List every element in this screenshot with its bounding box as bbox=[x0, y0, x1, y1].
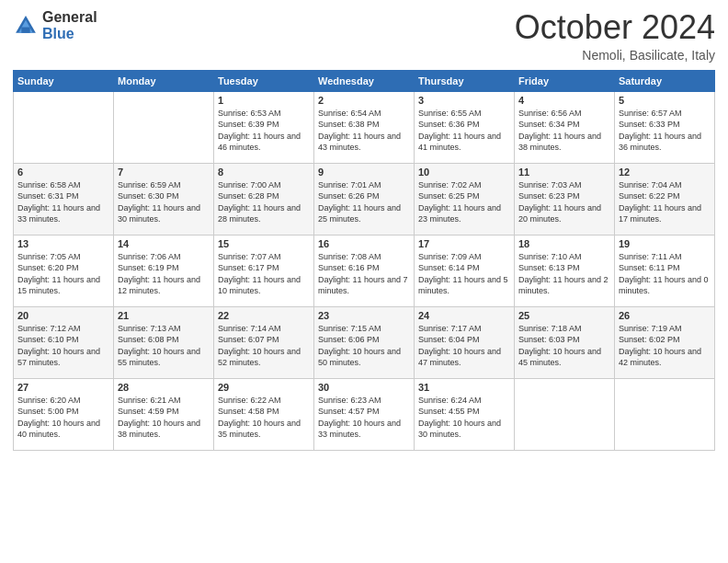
col-tuesday: Tuesday bbox=[214, 70, 314, 91]
cell-content: Sunrise: 6:22 AMSunset: 4:58 PMDaylight:… bbox=[218, 395, 310, 441]
logo: General Blue bbox=[13, 9, 97, 41]
cell-content: Sunrise: 6:53 AMSunset: 6:39 PMDaylight:… bbox=[218, 108, 310, 154]
day-number: 26 bbox=[619, 310, 711, 321]
calendar-body: 1Sunrise: 6:53 AMSunset: 6:39 PMDaylight… bbox=[14, 91, 715, 450]
cell-0-2: 1Sunrise: 6:53 AMSunset: 6:39 PMDaylight… bbox=[214, 91, 314, 163]
cell-content: Sunrise: 7:18 AMSunset: 6:03 PMDaylight:… bbox=[518, 323, 610, 369]
week-row-3: 20Sunrise: 7:12 AMSunset: 6:10 PMDayligh… bbox=[14, 306, 715, 378]
day-number: 9 bbox=[318, 167, 410, 178]
cell-content: Sunrise: 7:03 AMSunset: 6:23 PMDaylight:… bbox=[518, 179, 610, 225]
day-number: 24 bbox=[418, 310, 510, 321]
cell-1-0: 6Sunrise: 6:58 AMSunset: 6:31 PMDaylight… bbox=[14, 163, 114, 235]
day-number: 12 bbox=[619, 167, 711, 178]
day-number: 28 bbox=[118, 382, 210, 393]
cell-content: Sunrise: 7:14 AMSunset: 6:07 PMDaylight:… bbox=[218, 323, 310, 369]
day-number: 31 bbox=[418, 382, 510, 393]
calendar-header: Sunday Monday Tuesday Wednesday Thursday… bbox=[14, 70, 715, 91]
cell-2-3: 16Sunrise: 7:08 AMSunset: 6:16 PMDayligh… bbox=[314, 235, 415, 306]
cell-4-1: 28Sunrise: 6:21 AMSunset: 4:59 PMDayligh… bbox=[114, 378, 214, 450]
day-number: 16 bbox=[318, 238, 410, 249]
cell-1-4: 10Sunrise: 7:02 AMSunset: 6:25 PMDayligh… bbox=[415, 163, 515, 235]
week-row-0: 1Sunrise: 6:53 AMSunset: 6:39 PMDaylight… bbox=[14, 91, 715, 163]
cell-content: Sunrise: 7:02 AMSunset: 6:25 PMDaylight:… bbox=[418, 179, 510, 225]
cell-content: Sunrise: 7:12 AMSunset: 6:10 PMDaylight:… bbox=[17, 323, 109, 369]
day-number: 23 bbox=[318, 310, 410, 321]
cell-0-5: 4Sunrise: 6:56 AMSunset: 6:34 PMDaylight… bbox=[515, 91, 615, 163]
cell-content: Sunrise: 7:00 AMSunset: 6:28 PMDaylight:… bbox=[218, 179, 310, 225]
day-number: 18 bbox=[518, 238, 610, 249]
cell-3-0: 20Sunrise: 7:12 AMSunset: 6:10 PMDayligh… bbox=[14, 306, 114, 378]
col-sunday: Sunday bbox=[14, 70, 114, 91]
title-month: October 2024 bbox=[515, 9, 715, 46]
cell-content: Sunrise: 7:17 AMSunset: 6:04 PMDaylight:… bbox=[418, 323, 510, 369]
cell-content: Sunrise: 6:58 AMSunset: 6:31 PMDaylight:… bbox=[17, 179, 109, 225]
cell-content: Sunrise: 6:54 AMSunset: 6:38 PMDaylight:… bbox=[318, 108, 410, 154]
day-number: 7 bbox=[118, 167, 210, 178]
day-number: 27 bbox=[17, 382, 109, 393]
cell-4-5 bbox=[515, 378, 615, 450]
cell-2-0: 13Sunrise: 7:05 AMSunset: 6:20 PMDayligh… bbox=[14, 235, 114, 306]
header: General Blue October 2024 Nemoli, Basili… bbox=[13, 9, 715, 63]
day-number: 5 bbox=[619, 95, 711, 106]
cell-content: Sunrise: 7:04 AMSunset: 6:22 PMDaylight:… bbox=[619, 179, 711, 225]
cell-content: Sunrise: 6:56 AMSunset: 6:34 PMDaylight:… bbox=[518, 108, 610, 154]
cell-content: Sunrise: 7:19 AMSunset: 6:02 PMDaylight:… bbox=[619, 323, 711, 369]
cell-3-6: 26Sunrise: 7:19 AMSunset: 6:02 PMDayligh… bbox=[615, 306, 715, 378]
cell-2-5: 18Sunrise: 7:10 AMSunset: 6:13 PMDayligh… bbox=[515, 235, 615, 306]
cell-content: Sunrise: 7:07 AMSunset: 6:17 PMDaylight:… bbox=[218, 251, 310, 297]
day-number: 4 bbox=[518, 95, 610, 106]
cell-1-1: 7Sunrise: 6:59 AMSunset: 6:30 PMDaylight… bbox=[114, 163, 214, 235]
col-wednesday: Wednesday bbox=[314, 70, 415, 91]
col-monday: Monday bbox=[114, 70, 214, 91]
cell-3-1: 21Sunrise: 7:13 AMSunset: 6:08 PMDayligh… bbox=[114, 306, 214, 378]
day-number: 2 bbox=[318, 95, 410, 106]
cell-0-6: 5Sunrise: 6:57 AMSunset: 6:33 PMDaylight… bbox=[615, 91, 715, 163]
day-number: 14 bbox=[118, 238, 210, 249]
cell-0-3: 2Sunrise: 6:54 AMSunset: 6:38 PMDaylight… bbox=[314, 91, 415, 163]
cell-content: Sunrise: 6:20 AMSunset: 5:00 PMDaylight:… bbox=[17, 395, 109, 441]
page: General Blue October 2024 Nemoli, Basili… bbox=[0, 0, 728, 563]
cell-content: Sunrise: 6:24 AMSunset: 4:55 PMDaylight:… bbox=[418, 395, 510, 441]
col-thursday: Thursday bbox=[415, 70, 515, 91]
cell-content: Sunrise: 6:59 AMSunset: 6:30 PMDaylight:… bbox=[118, 179, 210, 225]
col-friday: Friday bbox=[515, 70, 615, 91]
cell-1-5: 11Sunrise: 7:03 AMSunset: 6:23 PMDayligh… bbox=[515, 163, 615, 235]
cell-content: Sunrise: 6:55 AMSunset: 6:36 PMDaylight:… bbox=[418, 108, 510, 154]
day-number: 29 bbox=[218, 382, 310, 393]
cell-4-6 bbox=[615, 378, 715, 450]
cell-2-1: 14Sunrise: 7:06 AMSunset: 6:19 PMDayligh… bbox=[114, 235, 214, 306]
cell-4-4: 31Sunrise: 6:24 AMSunset: 4:55 PMDayligh… bbox=[415, 378, 515, 450]
day-number: 8 bbox=[218, 167, 310, 178]
logo-icon bbox=[13, 13, 39, 39]
cell-3-2: 22Sunrise: 7:14 AMSunset: 6:07 PMDayligh… bbox=[214, 306, 314, 378]
logo-blue: Blue bbox=[42, 26, 97, 42]
cell-content: Sunrise: 6:57 AMSunset: 6:33 PMDaylight:… bbox=[619, 108, 711, 154]
day-number: 10 bbox=[418, 167, 510, 178]
cell-content: Sunrise: 7:06 AMSunset: 6:19 PMDaylight:… bbox=[118, 251, 210, 297]
col-saturday: Saturday bbox=[615, 70, 715, 91]
cell-content: Sunrise: 6:23 AMSunset: 4:57 PMDaylight:… bbox=[318, 395, 410, 441]
day-number: 21 bbox=[118, 310, 210, 321]
day-number: 22 bbox=[218, 310, 310, 321]
day-number: 25 bbox=[518, 310, 610, 321]
day-number: 19 bbox=[619, 238, 711, 249]
calendar-table: Sunday Monday Tuesday Wednesday Thursday… bbox=[13, 70, 715, 451]
day-number: 3 bbox=[418, 95, 510, 106]
cell-4-2: 29Sunrise: 6:22 AMSunset: 4:58 PMDayligh… bbox=[214, 378, 314, 450]
day-number: 6 bbox=[17, 167, 109, 178]
day-number: 30 bbox=[318, 382, 410, 393]
cell-1-3: 9Sunrise: 7:01 AMSunset: 6:26 PMDaylight… bbox=[314, 163, 415, 235]
cell-content: Sunrise: 7:01 AMSunset: 6:26 PMDaylight:… bbox=[318, 179, 410, 225]
cell-1-6: 12Sunrise: 7:04 AMSunset: 6:22 PMDayligh… bbox=[615, 163, 715, 235]
day-number: 13 bbox=[17, 238, 109, 249]
cell-content: Sunrise: 7:08 AMSunset: 6:16 PMDaylight:… bbox=[318, 251, 410, 297]
cell-content: Sunrise: 7:05 AMSunset: 6:20 PMDaylight:… bbox=[17, 251, 109, 297]
cell-2-2: 15Sunrise: 7:07 AMSunset: 6:17 PMDayligh… bbox=[214, 235, 314, 306]
cell-0-0 bbox=[14, 91, 114, 163]
logo-text: General Blue bbox=[42, 9, 97, 41]
cell-3-3: 23Sunrise: 7:15 AMSunset: 6:06 PMDayligh… bbox=[314, 306, 415, 378]
cell-content: Sunrise: 7:09 AMSunset: 6:14 PMDaylight:… bbox=[418, 251, 510, 297]
title-location: Nemoli, Basilicate, Italy bbox=[515, 48, 715, 63]
day-number: 11 bbox=[518, 167, 610, 178]
svg-rect-2 bbox=[21, 27, 29, 32]
